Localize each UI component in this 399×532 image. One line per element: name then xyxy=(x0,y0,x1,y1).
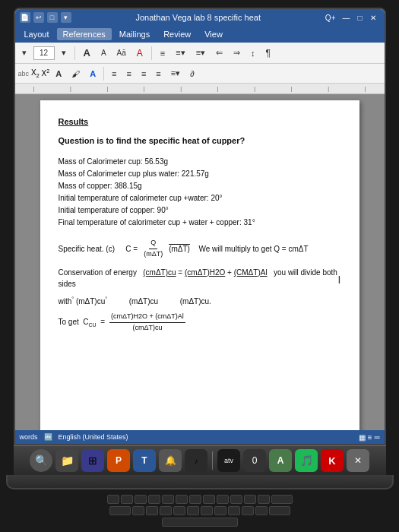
keyboard-area xyxy=(14,489,386,532)
document-area: Results Question is to find the specific… xyxy=(15,94,385,430)
laptop-screen: 📄 ↩ □ ▾ Jonathan Vega lab 8 specific hea… xyxy=(14,8,386,445)
key-o xyxy=(242,506,254,515)
undo-button[interactable]: ▾ xyxy=(18,46,30,60)
separator-t2 xyxy=(103,67,104,81)
down-arrow-icon[interactable]: ▾ xyxy=(61,12,71,23)
align-right[interactable]: ≡ xyxy=(138,67,150,81)
measurement-6: Final temperature of calorimeter cup + w… xyxy=(59,217,341,229)
measurement-3: Mass of copper: 388.15g xyxy=(59,180,341,192)
dock-zero[interactable]: 0 xyxy=(243,449,266,472)
conservation-plus: + xyxy=(227,268,234,277)
dock-a-app[interactable]: A xyxy=(269,449,292,472)
with-term1: (mΔT)cu xyxy=(116,296,158,307)
toolbar-group-undo: ▾ xyxy=(18,46,30,60)
key-r xyxy=(173,506,185,515)
dock-close-app[interactable]: ✕ xyxy=(347,449,369,472)
align-center[interactable]: ≡ xyxy=(123,67,135,81)
conservation-line: Conservation of energy (cmΔT)cu = (cmΔT)… xyxy=(59,267,341,290)
to-get-numerator: (cmΔT)H2O + (cmΔT)Al xyxy=(109,312,185,323)
laptop-bottom xyxy=(6,475,394,489)
maximize-button[interactable]: □ xyxy=(353,12,366,23)
dock-divider-1 xyxy=(212,451,213,470)
font-a-small[interactable]: A xyxy=(97,46,110,59)
dock-launchpad[interactable]: ⊞ xyxy=(81,449,104,472)
cursor-indicator: I xyxy=(338,272,341,288)
font-a-btn2[interactable]: A xyxy=(86,67,100,81)
key-backspace xyxy=(271,495,293,504)
key-q xyxy=(132,506,144,515)
title-bar-left-icons: 📄 ↩ □ ▾ xyxy=(20,12,71,23)
title-bar-right: Q+ — □ ✕ xyxy=(325,12,380,23)
align-justify[interactable]: ≡ xyxy=(152,67,164,81)
key-10 xyxy=(230,495,242,504)
menu-mailings[interactable]: Mailings xyxy=(113,28,156,40)
to-get-denominator: (cmΔT)cu xyxy=(131,323,163,334)
conservation-cu: (cmΔT)cu xyxy=(143,268,176,277)
status-bar-icon: 🔤 xyxy=(44,433,52,441)
key-e xyxy=(160,506,172,515)
dock-spotlight[interactable]: 🔍 xyxy=(30,449,52,472)
toolbar2: abc X2 X2 A 🖌 A ≡ ≡ ≡ ≡ ≡▾ ∂ xyxy=(15,64,385,84)
dock-notifications[interactable]: 🔔 xyxy=(159,449,182,472)
dock-word[interactable]: T xyxy=(133,449,156,472)
fraction-numerator: Q xyxy=(149,238,157,249)
ruler: |||||||||| xyxy=(15,84,385,94)
title-bar: 📄 ↩ □ ▾ Jonathan Vega lab 8 specific hea… xyxy=(15,9,385,26)
menu-references[interactable]: References xyxy=(57,28,112,40)
menu-review[interactable]: Review xyxy=(157,28,197,40)
font-a-color-btn[interactable]: A xyxy=(52,67,65,81)
specific-heat-label: Specific heat. (c) xyxy=(59,243,122,255)
dock-spotify[interactable]: 🎵 xyxy=(295,449,318,472)
conservation-h2o: (cmΔT)H2O xyxy=(185,268,225,277)
pilcrow-button[interactable]: ¶ xyxy=(262,46,274,61)
font-size-input[interactable] xyxy=(33,46,55,60)
key-1 xyxy=(107,495,119,504)
key-7 xyxy=(189,495,201,504)
list-button-2[interactable]: ≡▾ xyxy=(172,46,188,60)
dock-powerpoint[interactable]: P xyxy=(107,449,130,472)
key-8 xyxy=(203,495,215,504)
list-button-3[interactable]: ≡▾ xyxy=(192,46,209,60)
minimize-button[interactable]: — xyxy=(340,12,352,23)
indent-button-2[interactable]: ⇒ xyxy=(230,46,244,60)
font-aa-button[interactable]: Aā xyxy=(113,46,130,59)
language-label: English (United States) xyxy=(59,433,128,441)
menu-view[interactable]: View xyxy=(198,28,229,40)
fraction-denominator: (mΔT) xyxy=(142,249,164,260)
key-4 xyxy=(148,495,160,504)
measurement-4: Initial temperature of calorimeter cup +… xyxy=(59,192,341,204)
font-a-large[interactable]: A xyxy=(80,45,94,61)
indent-button-1[interactable]: ⇐ xyxy=(212,46,226,60)
undo-icon[interactable]: ↩ xyxy=(33,12,44,23)
specific-heat-formula-line: Specific heat. (c) C = Q (mΔT) (mΔT) We … xyxy=(59,238,341,259)
save-icon[interactable]: □ xyxy=(47,12,58,23)
menu-layout[interactable]: Layout xyxy=(18,28,55,40)
conservation-section: Conservation of energy (cmΔT)cu = (cmΔT)… xyxy=(59,267,341,290)
measurement-1: Mass of Calorimeter cup: 56.53g xyxy=(59,156,341,168)
word-application: 📄 ↩ □ ▾ Jonathan Vega lab 8 specific hea… xyxy=(15,9,385,444)
key-p xyxy=(255,506,268,515)
dock-finder[interactable]: 📁 xyxy=(55,449,78,472)
key-5 xyxy=(162,495,174,504)
font-size-down[interactable]: ▾ xyxy=(58,46,70,60)
to-get-label: To get CCU = xyxy=(59,316,106,330)
align-left[interactable]: ≡ xyxy=(108,67,120,81)
sort-button[interactable]: ↕ xyxy=(247,46,259,60)
measurements-list: Mass of Calorimeter cup: 56.53g Mass of … xyxy=(59,156,341,229)
font-color-button[interactable]: A xyxy=(133,46,147,61)
status-bar: words 🔤 English (United States) ▦ ≡ ═ xyxy=(15,430,385,444)
keyboard-row-1 xyxy=(107,495,293,504)
dock-k-app[interactable]: K xyxy=(321,449,344,472)
doc-icon[interactable]: 📄 xyxy=(20,12,30,23)
key-i xyxy=(228,506,240,515)
shading-btn[interactable]: ∂ xyxy=(186,67,198,81)
line-spacing-btn[interactable]: ≡▾ xyxy=(167,66,184,81)
keyboard-row-2 xyxy=(109,506,290,515)
list-button-1[interactable]: ≡ xyxy=(157,46,169,60)
key-y xyxy=(201,506,213,515)
dock-appletv[interactable]: atv xyxy=(217,449,240,472)
paint-btn[interactable]: 🖌 xyxy=(68,67,84,81)
close-button[interactable]: ✕ xyxy=(367,12,379,23)
dock-music[interactable]: ♪ xyxy=(185,449,207,472)
conservation-al: (CMΔT)Al xyxy=(234,268,268,277)
